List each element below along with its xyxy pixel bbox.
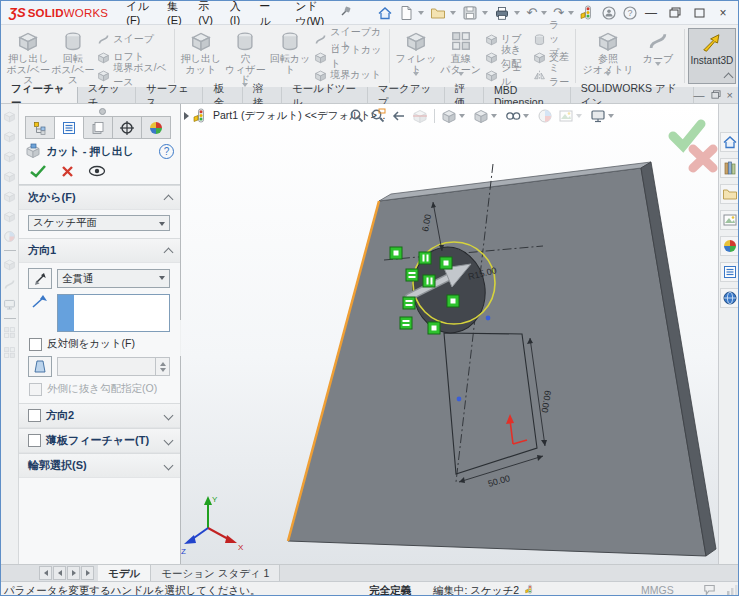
ribbon-collapse-button[interactable] [725,71,732,83]
tab-mbd-dimension[interactable]: MBD Dimension [484,87,571,103]
hole-wizard-button[interactable]: 穴 ウィザード [223,28,268,87]
flyout-tree-arrow[interactable] [184,112,189,120]
new-dropdown-caret[interactable] [418,11,424,15]
view-cube-icon[interactable] [3,150,16,163]
extruded-cut-button[interactable]: 押し出し カット [179,28,224,76]
fillet-button[interactable]: フィレット [394,28,439,76]
view-cube-icon[interactable] [3,210,16,223]
property-manager-tab[interactable] [55,116,84,139]
undo-icon[interactable]: ↶ [524,4,539,21]
zoom-to-fit-icon[interactable] [348,107,366,125]
doc-minimize-button[interactable]: — [694,89,705,101]
reference-geometry-button[interactable]: 参照 ジオメトリ [580,28,636,76]
dropdown-caret[interactable] [655,62,661,66]
dimxpert-manager-tab[interactable] [113,116,142,139]
direction1-section-header[interactable]: 方向1 [19,238,180,263]
open-icon[interactable] [428,4,448,22]
extruded-boss-base-button[interactable]: 押し出し ボス/ベース [6,28,51,87]
view-orientation-icon[interactable] [440,107,469,125]
print-dropdown-caret[interactable] [514,11,520,15]
tab-surfaces[interactable]: サーフェス [136,87,203,103]
rebuild-icon[interactable] [578,4,598,22]
tab-sketch[interactable]: スケッチ [78,87,136,103]
doc-close-button[interactable]: × [727,89,733,101]
direction2-section-header[interactable]: 方向2 [19,403,180,428]
apply-scene-icon[interactable] [557,107,586,125]
spinner-buttons[interactable] [155,358,169,375]
maximize-button[interactable] [688,4,710,22]
3d-scene[interactable]: 6.00 R15.00 60.00 50.00 [181,104,718,564]
zoom-to-area-icon[interactable] [369,107,387,125]
linear-pattern-button[interactable]: 直線 パターン [438,28,483,76]
doc-restore-button[interactable] [711,89,721,101]
dropdown-caret[interactable] [242,83,248,87]
tab-evaluate[interactable]: 評価 [445,87,484,103]
from-section-header[interactable]: 次から(F) [19,185,180,210]
solidworks-resources-icon[interactable] [720,132,739,152]
swept-boss-button[interactable]: スイープ [95,31,170,47]
sketch-point[interactable] [457,397,462,402]
view-sphere-icon[interactable] [3,230,16,243]
close-button[interactable]: × [712,4,734,22]
lofted-cut-button[interactable]: ロフトカット [312,49,385,65]
panel-splitter-handle[interactable] [99,108,106,115]
save-dropdown-caret[interactable] [482,11,488,15]
unit-system[interactable]: MMGS [641,584,674,596]
ok-button[interactable] [29,164,47,178]
redo-dropdown-caret[interactable] [568,11,574,15]
tab-sheet-metal[interactable]: 板金 [203,87,242,103]
home-icon[interactable] [375,4,395,22]
paste-appearance-icon[interactable] [3,346,16,359]
direction-reference-selection-box[interactable] [57,294,170,332]
edit-feature-icon[interactable] [3,258,16,271]
undo-dropdown-caret[interactable] [541,11,547,15]
motion-study-tab[interactable]: モーション スタディ 1 [151,565,280,581]
scroll-last-button[interactable] [81,566,94,580]
display-style-icon[interactable] [472,107,501,125]
preview-eye-button[interactable] [88,165,106,177]
dropdown-caret[interactable] [413,72,419,76]
selected-contours-section-header[interactable]: 輪郭選択(S) [19,453,180,478]
unit-caret-icon[interactable] [685,588,691,596]
sketch-point[interactable] [486,316,491,321]
thin-feature-checkbox[interactable] [28,434,41,447]
open-dropdown-caret[interactable] [450,11,456,15]
revolved-boss-base-button[interactable]: 回転 ボス/ベース [51,28,96,87]
graphics-area[interactable]: 6.00 R15.00 60.00 50.00 [181,104,718,564]
flip-side-to-cut-checkbox[interactable]: 反対側をカット(F) [28,337,170,351]
cancel-button[interactable] [61,165,74,178]
end-condition-dropdown[interactable]: 全貫通 [57,269,170,288]
tab-mold-tools[interactable]: モールドツール [282,87,368,103]
dropdown-caret[interactable] [458,72,464,76]
view-cube-icon[interactable] [3,170,16,183]
thin-feature-section-header[interactable]: 薄板フィーチャー(T) [19,428,180,453]
draft-on-off-button[interactable] [28,356,52,377]
direction2-checkbox[interactable] [28,409,41,422]
save-icon[interactable] [460,4,480,22]
scroll-left-button[interactable] [53,566,66,580]
scroll-first-button[interactable] [39,566,52,580]
view-cube-icon[interactable] [3,110,16,123]
configuration-manager-tab[interactable] [84,116,113,139]
view-cube-icon[interactable] [3,130,16,143]
help-icon[interactable]: ? [620,4,640,22]
display-monitor-icon[interactable] [3,298,16,311]
section-view-icon[interactable] [411,107,429,125]
reverse-direction-button[interactable] [28,268,52,289]
feature-manager-tab[interactable] [25,116,55,139]
sign-in-icon[interactable] [599,4,619,22]
pm-help-icon[interactable]: ? [159,144,174,159]
minimize-button[interactable]: — [640,4,662,22]
model-tab[interactable]: モデル [98,565,151,581]
hide-show-items-icon[interactable] [504,107,533,125]
new-document-icon[interactable] [396,4,416,22]
draft-angle-input[interactable] [57,357,170,376]
custom-properties-icon[interactable] [720,262,739,282]
copy-appearance-icon[interactable] [3,326,16,339]
view-palette-icon[interactable] [720,210,739,230]
view-cube-icon[interactable] [3,190,16,203]
edit-appearance-icon[interactable] [536,107,554,125]
tab-solidworks-addins[interactable]: SOLIDWORKS アドイン [571,87,694,103]
display-manager-tab[interactable] [142,116,171,139]
mirror-button[interactable]: ミラー [531,67,571,83]
